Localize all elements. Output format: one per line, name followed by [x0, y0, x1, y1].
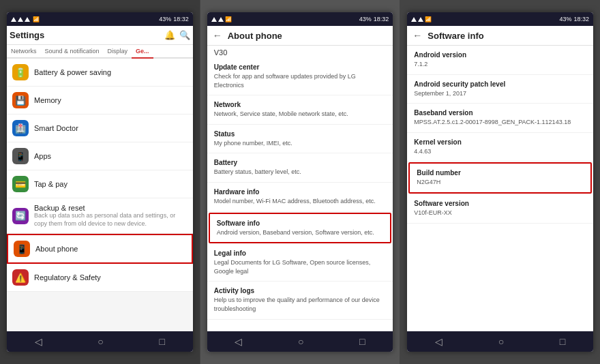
- info-updatecenter[interactable]: Update center Check for app and software…: [207, 58, 393, 95]
- back-button-2[interactable]: ◁: [235, 336, 242, 347]
- panel-aboutphone: 📶 43% 18:32 ← About phone V30 Update cen…: [200, 0, 401, 364]
- battery-info-title: Battery: [214, 159, 387, 166]
- status-bar-2: 📶 43% 18:32: [207, 12, 393, 26]
- info-hardware[interactable]: Hardware info Model number, Wi-Fi MAC ad…: [207, 183, 393, 212]
- info-android-version: Android version 7.1.2: [407, 46, 593, 75]
- settings-item-smartdoctor[interactable]: 🏥 Smart Doctor: [7, 115, 193, 142]
- backup-icon: 🔄: [12, 208, 29, 224]
- settings-item-memory[interactable]: 💾 Memory: [7, 87, 193, 115]
- legal-value: Legal Documents for LG Software, Open so…: [214, 258, 387, 275]
- time-1: 18:32: [173, 16, 189, 22]
- recents-button-3[interactable]: □: [560, 336, 565, 347]
- signal-2b: [218, 17, 224, 22]
- panel-settings: 📶 43% 18:32 Settings 🔔 🔍 Networks Sound …: [0, 0, 200, 364]
- panel-softwareinfo: 📶 43% 18:32 ← Software info Android vers…: [400, 0, 600, 364]
- bottom-nav-3: ◁ ○ □: [407, 331, 593, 352]
- info-battery[interactable]: Battery Battery status, battery level, e…: [207, 153, 393, 183]
- home-button-2[interactable]: ○: [298, 336, 303, 347]
- aboutphone-icon: 📱: [14, 241, 30, 257]
- settings-item-battery[interactable]: 🔋 Battery & power saving: [7, 59, 193, 87]
- memory-icon: 💾: [12, 92, 29, 108]
- status-left-2: 📶: [211, 16, 232, 22]
- tab-display[interactable]: Display: [104, 45, 132, 59]
- home-button-3[interactable]: ○: [498, 336, 504, 347]
- kernel-title: Kernel version: [414, 138, 586, 146]
- recents-button-1[interactable]: □: [159, 336, 164, 347]
- header-icons: 🔔 🔍: [164, 30, 190, 40]
- back-arrow-3[interactable]: ←: [412, 30, 422, 41]
- tappay-title: Tap & pay: [34, 180, 188, 188]
- activity-value: Help us to improve the quality and perfo…: [214, 296, 387, 313]
- activity-title: Activity logs: [214, 287, 387, 294]
- back-arrow-2[interactable]: ←: [213, 30, 222, 41]
- battery-icon: 🔋: [12, 64, 29, 80]
- tab-networks[interactable]: Networks: [7, 45, 41, 59]
- status-value: My phone number, IMEI, etc.: [214, 139, 387, 148]
- home-button-1[interactable]: ○: [97, 336, 103, 347]
- bottom-nav-1: ◁ ○ □: [7, 331, 193, 352]
- settings-item-regulatory[interactable]: ⚠️ Regulatory & Safety: [7, 264, 193, 292]
- info-status[interactable]: Status My phone number, IMEI, etc.: [207, 125, 393, 154]
- software-value: Android version, Baseband version, Softw…: [217, 228, 384, 237]
- info-network[interactable]: Network Network, Service state, Mobile n…: [207, 95, 393, 125]
- regulatory-title: Regulatory & Safety: [34, 273, 188, 282]
- softwareinfo-screen-title: Software info: [427, 31, 483, 41]
- signal-3b: [418, 17, 423, 22]
- status-left-1: 📶: [11, 16, 40, 22]
- aboutphone-screen-title: About phone: [228, 31, 282, 41]
- search-icon[interactable]: 🔍: [179, 30, 190, 40]
- softwareinfo-header: ← Software info: [407, 26, 593, 46]
- android-version-title: Android version: [414, 51, 586, 59]
- recents-button-2[interactable]: □: [359, 336, 365, 347]
- settings-item-aboutphone[interactable]: 📱 About phone: [7, 234, 193, 264]
- settings-item-tappay[interactable]: 💳 Tap & pay: [7, 170, 193, 198]
- info-baseband: Baseband version MPSS.AT.2.5.c1.2-00017-…: [407, 104, 593, 133]
- info-software-version: Software version V10f-EUR-XX: [407, 194, 593, 224]
- network-title: Network: [214, 101, 387, 108]
- screen-settings: 📶 43% 18:32 Settings 🔔 🔍 Networks Sound …: [7, 12, 193, 352]
- hardware-title: Hardware info: [214, 188, 387, 196]
- status-left-3: 📶: [411, 16, 432, 22]
- settings-item-apps[interactable]: 📱 Apps: [7, 142, 193, 170]
- signal-icon-2: [18, 17, 23, 22]
- bottom-nav-2: ◁ ○ □: [207, 331, 393, 352]
- status-bar-3: 📶 43% 18:32: [407, 12, 593, 26]
- tab-general[interactable]: Ge...: [132, 45, 153, 59]
- device-model: V30: [207, 46, 393, 58]
- signal-icon-3: [25, 17, 30, 22]
- battery-3: 43%: [559, 16, 571, 22]
- tab-sound[interactable]: Sound & notification: [41, 45, 104, 59]
- battery-info-value: Battery status, battery level, etc.: [214, 168, 387, 177]
- notification-icon[interactable]: 🔔: [164, 30, 175, 40]
- info-security-patch: Android security patch level September 1…: [407, 75, 593, 104]
- updatecenter-value: Check for app and software updates provi…: [214, 72, 387, 89]
- status-right-1: 43% 18:32: [159, 16, 189, 22]
- back-button-3[interactable]: ◁: [435, 336, 442, 347]
- battery-title: Battery & power saving: [34, 68, 188, 76]
- wifi-3: 📶: [425, 16, 432, 22]
- info-activity[interactable]: Activity logs Help us to improve the qua…: [207, 282, 393, 319]
- backup-title: Backup & reset: [34, 204, 188, 212]
- aboutphone-title: About phone: [35, 245, 186, 253]
- backup-subtitle: Back up data such as personal data and s…: [34, 212, 188, 228]
- software-version-title: Software version: [414, 200, 586, 207]
- info-legal[interactable]: Legal info Legal Documents for LG Softwa…: [207, 244, 393, 282]
- build-number-title: Build number: [417, 169, 584, 177]
- settings-nav-tabs: Networks Sound & notification Display Ge…: [7, 45, 193, 59]
- android-version-value: 7.1.2: [414, 60, 586, 69]
- settings-title: Settings: [10, 30, 44, 40]
- legal-title: Legal info: [214, 249, 387, 257]
- baseband-value: MPSS.AT.2.5.c1.2-00017-8998_GEN_PACK-1.1…: [414, 118, 586, 127]
- software-title: Software info: [217, 219, 384, 227]
- back-button-1[interactable]: ◁: [35, 336, 42, 347]
- time-3: 18:32: [573, 16, 589, 22]
- wifi-icon: 📶: [33, 16, 40, 22]
- settings-header: Settings 🔔 🔍: [7, 26, 193, 45]
- signal-2a: [211, 17, 217, 22]
- settings-item-backup[interactable]: 🔄 Backup & reset Back up data such as pe…: [7, 198, 193, 234]
- aboutphone-header: ← About phone: [207, 26, 393, 46]
- battery-text-1: 43%: [159, 16, 171, 22]
- wifi-2: 📶: [225, 16, 232, 22]
- info-software[interactable]: Software info Android version, Baseband …: [209, 213, 392, 244]
- info-kernel: Kernel version 4.4.63: [407, 133, 593, 162]
